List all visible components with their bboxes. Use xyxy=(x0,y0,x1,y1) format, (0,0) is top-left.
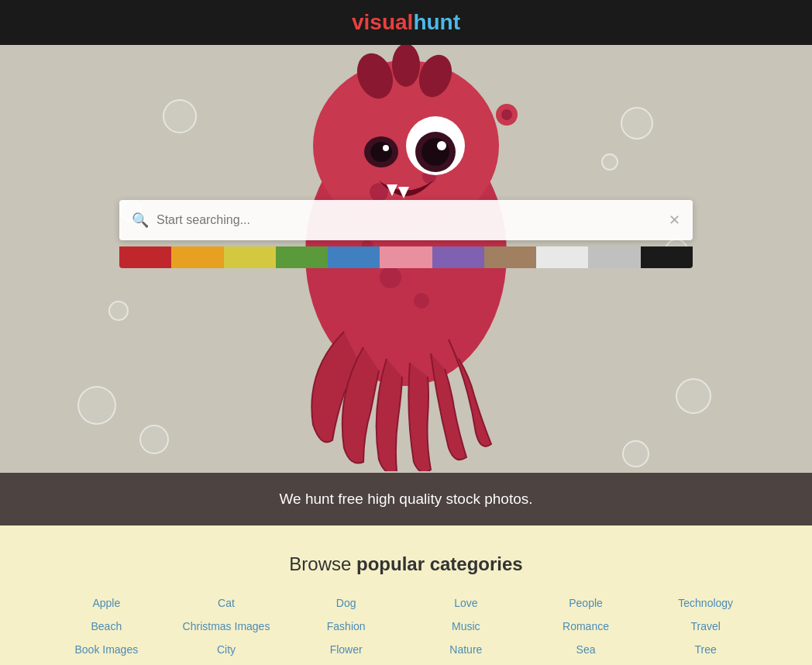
category-column-col5: PeopleRomanceSeaSkySnow xyxy=(526,597,646,665)
bubble-decoration xyxy=(163,99,197,133)
monster-illustration xyxy=(243,45,569,525)
category-link[interactable]: Cat xyxy=(218,597,235,609)
color-swatch-purple[interactable] xyxy=(432,246,484,268)
bubble-decoration xyxy=(622,440,649,467)
svg-point-8 xyxy=(414,293,429,308)
categories-title-normal: Browse xyxy=(289,553,356,574)
header: visualhunt xyxy=(0,0,812,45)
logo-hunt-text: hunt xyxy=(413,10,460,34)
categories-section: Browse popular categories AppleBeachBook… xyxy=(0,525,812,665)
color-swatch-white[interactable] xyxy=(536,246,588,268)
hero-section: 🔍 ✕ We hunt free high quality stock phot… xyxy=(0,45,812,525)
color-swatch-brown[interactable] xyxy=(484,246,536,268)
search-container: 🔍 ✕ xyxy=(119,200,693,268)
category-link[interactable]: Nature xyxy=(449,643,482,656)
category-link[interactable]: Romance xyxy=(563,620,609,632)
category-link[interactable]: Flower xyxy=(330,643,363,656)
category-link[interactable]: Music xyxy=(452,620,480,632)
svg-point-7 xyxy=(380,267,401,288)
category-link[interactable]: Love xyxy=(454,597,477,609)
bubble-decoration xyxy=(621,107,653,140)
category-link[interactable]: Book Images xyxy=(74,643,138,656)
bubble-decoration xyxy=(601,153,618,171)
category-link[interactable]: People xyxy=(569,597,603,609)
bubble-decoration xyxy=(108,301,129,321)
tagline: We hunt free high quality stock photos. xyxy=(279,491,532,508)
color-swatch-red[interactable] xyxy=(119,246,171,268)
bubble-decoration xyxy=(77,386,116,425)
category-link[interactable]: Tree xyxy=(695,643,717,656)
category-link[interactable]: Technology xyxy=(678,597,733,609)
bubble-decoration xyxy=(139,425,169,454)
svg-point-13 xyxy=(437,141,446,150)
category-link[interactable]: Travel xyxy=(691,620,721,632)
color-swatch-yellow[interactable] xyxy=(224,246,276,268)
color-swatches xyxy=(119,246,693,268)
logo[interactable]: visualhunt xyxy=(352,10,460,35)
category-link[interactable]: Beach xyxy=(91,620,122,632)
tagline-overlay: We hunt free high quality stock photos. xyxy=(0,473,812,525)
svg-point-15 xyxy=(370,142,392,162)
category-column-col3: DogFashionFlowerFood ImagesHappy xyxy=(286,597,406,665)
search-input[interactable] xyxy=(157,213,669,227)
categories-grid: AppleBeachBook ImagesBusinessCarCatChris… xyxy=(46,597,766,665)
categories-title: Browse popular categories xyxy=(46,553,766,575)
category-column-col2: CatChristmas ImagesCityCoffee ImagesComp… xyxy=(167,597,287,665)
category-link[interactable]: Apple xyxy=(92,597,120,609)
bubble-decoration xyxy=(676,378,711,414)
search-icon: 🔍 xyxy=(132,212,149,229)
category-link[interactable]: Fashion xyxy=(327,620,366,632)
svg-point-16 xyxy=(383,145,389,151)
color-swatch-blue[interactable] xyxy=(328,246,380,268)
color-swatch-orange[interactable] xyxy=(171,246,223,268)
category-link[interactable]: Christmas Images xyxy=(183,620,270,632)
color-swatch-black[interactable] xyxy=(641,246,693,268)
logo-visual-text: visual xyxy=(352,10,413,34)
categories-title-bold: popular categories xyxy=(356,553,523,574)
search-box: 🔍 ✕ xyxy=(119,200,693,240)
svg-point-3 xyxy=(392,45,420,87)
svg-point-12 xyxy=(421,138,449,166)
color-swatch-light-gray[interactable] xyxy=(588,246,640,268)
category-column-col1: AppleBeachBook ImagesBusinessCar xyxy=(46,597,167,665)
category-column-col6: TechnologyTravelTreeWomenWork xyxy=(645,597,766,665)
svg-point-20 xyxy=(501,109,512,120)
color-swatch-pink[interactable] xyxy=(380,246,432,268)
category-link[interactable]: Sea xyxy=(576,643,596,656)
category-link[interactable]: Dog xyxy=(336,597,356,609)
color-swatch-green[interactable] xyxy=(276,246,328,268)
clear-icon[interactable]: ✕ xyxy=(669,212,680,229)
category-link[interactable]: City xyxy=(217,643,236,656)
category-column-col4: LoveMusicNatureOfficeParty Images xyxy=(406,597,526,665)
